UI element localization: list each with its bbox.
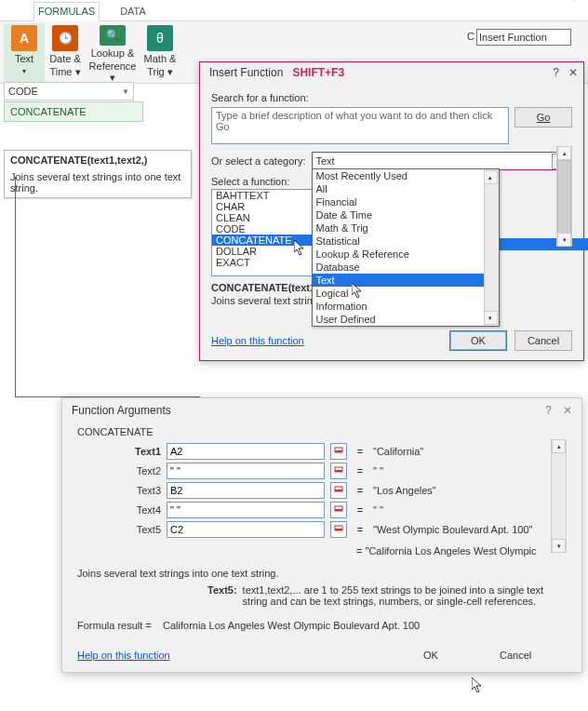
arg-input-text1[interactable] [167, 443, 325, 460]
search-label: Search for a function: [211, 92, 572, 103]
category-option[interactable]: All [313, 182, 499, 195]
scroll-down-icon[interactable]: ▾ [484, 311, 498, 325]
dialog-title: Function Arguments [72, 404, 171, 417]
mouse-cursor-icon [472, 677, 484, 693]
arg-input-text2[interactable] [167, 463, 325, 479]
close-icon[interactable]: ✕ [563, 404, 572, 417]
search-input[interactable]: Type a brief description of what you wan… [211, 107, 509, 144]
svg-rect-10 [335, 509, 342, 511]
ribbon-btn-mathtrig[interactable]: θ Math & Trig ▾ [140, 23, 180, 83]
go-button[interactable]: Go [514, 107, 572, 127]
arg-input-text3[interactable] [167, 482, 325, 499]
ribbon-tabs: FORMULAS DATA fx [0, 0, 588, 21]
range-picker-icon[interactable] [330, 463, 347, 479]
arg-result: " " [373, 465, 567, 476]
cancel-button[interactable]: Cancel [514, 330, 572, 351]
scroll-down-icon[interactable]: ▾ [552, 539, 566, 553]
close-icon[interactable]: ✕ [568, 66, 578, 79]
arg-label: Text5 [77, 524, 161, 535]
insert-function-tooltip: Insert Function [476, 29, 571, 46]
dialog-title: Insert Function [209, 66, 283, 79]
range-picker-icon[interactable] [330, 443, 347, 460]
arg-result: "Los Angeles" [373, 485, 567, 496]
range-picker-icon[interactable] [330, 482, 347, 499]
svg-rect-8 [335, 490, 342, 491]
tab-formulas[interactable]: FORMULAS [33, 2, 100, 21]
svg-rect-6 [335, 470, 342, 472]
cancel-button[interactable]: Cancel [500, 650, 567, 661]
function-description: Joins several text strings into one text… [77, 568, 567, 579]
scroll-down-icon[interactable]: ▾ [557, 233, 571, 247]
category-option[interactable]: Date & Time [313, 208, 499, 221]
listbox-scrollbar[interactable]: ▴ ▾ [556, 146, 572, 247]
range-picker-icon[interactable] [330, 502, 347, 518]
argument-explanation: Text5: text1,text2,... are 1 to 255 text… [77, 584, 567, 607]
function-name: CONCATENATE [77, 426, 567, 437]
svg-marker-13 [472, 677, 481, 692]
zoom-connector-line [15, 177, 200, 397]
function-tooltip: CONCATENATE(text1,text2,) Joins several … [4, 150, 192, 198]
mouse-cursor-icon [568, 0, 580, 1]
category-select[interactable]: Text ▾ Most Recently Used All Financial … [312, 152, 573, 170]
formula-result-label: Formula result = [77, 620, 152, 631]
category-option[interactable]: Text [313, 274, 499, 287]
name-box[interactable]: CODE ▼ [4, 82, 134, 101]
help-link[interactable]: Help on this function [77, 650, 170, 661]
insert-function-dialog: Insert Function SHIFT+F3 ? ✕ Search for … [199, 61, 584, 361]
arg-label: Text1 [77, 446, 161, 457]
function-arguments-dialog: Function Arguments ? ✕ CONCATENATE Text1… [61, 397, 582, 673]
ribbon-btn-lookup[interactable]: 🔍 Lookup & Reference ▾ [86, 23, 140, 83]
svg-rect-4 [335, 450, 342, 452]
arguments-scrollbar[interactable]: ▴ ▾ [551, 439, 567, 553]
ribbon-btn-label: Text [15, 53, 33, 64]
arg-label: Text4 [77, 504, 161, 516]
arg-input-text5[interactable] [167, 521, 325, 538]
intermediate-result: = "California Los Angeles West Olympic [77, 545, 567, 557]
arguments-grid: Text1 = "California" Text2 = " " Text3 =… [77, 443, 567, 538]
scrollbar-thumb[interactable] [557, 160, 571, 235]
ribbon-btn-text[interactable]: A Text ▾ [4, 23, 45, 83]
cell-reference-label: C [467, 31, 474, 42]
ok-button[interactable]: OK [423, 650, 490, 661]
help-icon[interactable]: ? [545, 404, 552, 417]
tooltip-desc: Joins several text strings into one text… [10, 171, 185, 194]
category-dropdown: Most Recently Used All Financial Date & … [312, 168, 500, 327]
arg-input-text4[interactable] [167, 502, 325, 518]
category-option[interactable]: Lookup & Reference [313, 248, 499, 261]
category-option[interactable]: Math & Trig [313, 221, 499, 235]
ok-button[interactable]: OK [449, 330, 507, 351]
range-picker-icon[interactable] [330, 521, 347, 538]
scroll-up-icon[interactable]: ▴ [552, 439, 566, 453]
category-option[interactable]: Financial [313, 195, 499, 208]
dialog-shortcut: SHIFT+F3 [292, 66, 344, 79]
help-link[interactable]: Help on this function [211, 335, 304, 346]
tab-data[interactable]: DATA [116, 3, 150, 20]
scroll-up-icon[interactable]: ▴ [557, 146, 571, 160]
arg-label: Text3 [77, 485, 161, 496]
category-option[interactable]: Logical [313, 287, 499, 300]
category-option[interactable]: Statistical [313, 235, 499, 248]
svg-rect-12 [335, 529, 342, 530]
arg-label: Text2 [77, 465, 161, 476]
ribbon-btn-datetime[interactable]: 🕒 Date & Time ▾ [45, 23, 86, 83]
formula-result-value: California Los Angeles West Olympic Boul… [163, 620, 420, 631]
arg-result: " " [373, 504, 567, 516]
tooltip-signature: CONCATENATE(text1,text2,) [10, 154, 185, 166]
category-option[interactable]: Database [313, 261, 499, 274]
chevron-down-icon[interactable]: ▼ [122, 87, 129, 96]
namebox-dropdown-item[interactable]: CONCATENATE [4, 101, 143, 122]
scroll-up-icon[interactable]: ▴ [484, 170, 498, 184]
help-icon[interactable]: ? [553, 66, 559, 79]
arg-result: "California" [373, 446, 567, 457]
arg-result: "West Olympic Boulevard Apt. 100" [373, 524, 567, 535]
category-option[interactable]: User Defined [313, 313, 499, 326]
dropdown-scrollbar[interactable] [484, 169, 499, 326]
category-option[interactable]: Information [313, 300, 499, 313]
category-option[interactable]: Most Recently Used [313, 169, 499, 182]
category-label: Or select a category: [211, 155, 306, 167]
